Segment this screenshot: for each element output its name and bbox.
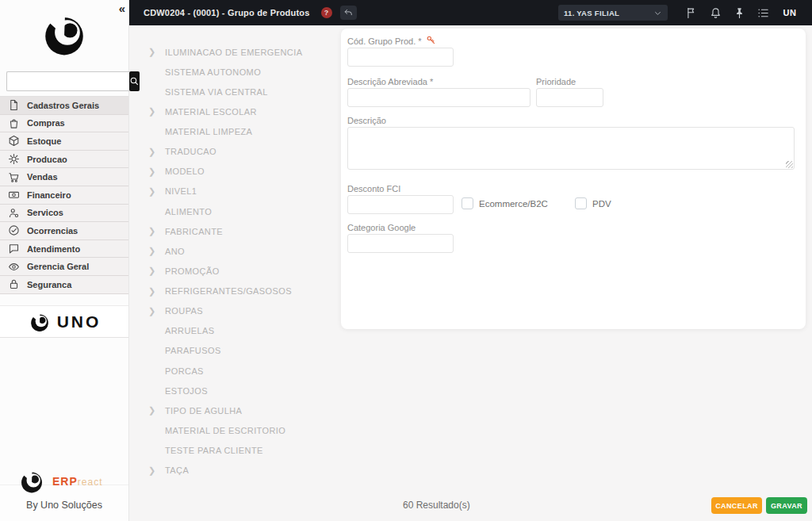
tree-item-roupas[interactable]: ❯ROUPAS: [129, 301, 341, 321]
check-circle-icon: [8, 224, 20, 236]
descricao-textarea[interactable]: [347, 127, 795, 170]
shopping-bag-icon: [8, 117, 20, 129]
tree-item-label: ESTOJOS: [165, 386, 208, 396]
chevron-right-icon[interactable]: ❯: [148, 106, 165, 117]
pin-icon[interactable]: [733, 6, 746, 20]
uno-brand-text: UNO: [57, 312, 102, 331]
tree-item-fabricante[interactable]: ❯FABRICANTE: [129, 221, 341, 241]
sidebar-item-servicos[interactable]: Servicos: [0, 205, 128, 223]
uno-swirl-small-icon: [28, 309, 52, 335]
chevron-right-icon[interactable]: ❯: [148, 147, 165, 157]
tree-item-traducao[interactable]: ❯TRADUCAO: [129, 142, 341, 162]
chevron-right-icon[interactable]: ❯: [148, 286, 165, 297]
tree-item-label: PARAFUSOS: [165, 346, 221, 355]
tree-item-nivel1[interactable]: ❯NIVEL1: [129, 182, 341, 201]
sidebar-item-atendimento[interactable]: Atendimento: [0, 240, 128, 259]
results-count: 60 Resultado(s): [403, 500, 470, 511]
bell-icon[interactable]: [709, 6, 722, 20]
chat-icon: [8, 243, 20, 255]
tree-item-porcas[interactable]: PORCAS: [129, 361, 341, 381]
document-icon: [8, 99, 20, 111]
tree-item-teste-para-cliente[interactable]: TESTE PARA CLIENTE: [129, 441, 341, 461]
descricao-abreviada-input[interactable]: [347, 88, 530, 107]
sidebar-item-label: Financeiro: [27, 190, 71, 200]
tree-item-material-de-escritorio[interactable]: MATERIAL DE ESCRITORIO: [129, 420, 341, 440]
tree-item-arruelas[interactable]: ARRUELAS: [129, 321, 341, 341]
tree-item-ano[interactable]: ❯ANO: [129, 241, 341, 261]
categoria-google-input[interactable]: [347, 234, 454, 253]
tree-item-alimento[interactable]: ALIMENTO: [129, 201, 341, 221]
undo-arrow-icon: [343, 8, 354, 18]
tree-item-iluminacao-de-emergencia[interactable]: ❯ILUMINACAO DE EMERGENCIA: [129, 42, 341, 62]
tree-item-promocao[interactable]: ❯PROMOÇÃO: [129, 261, 341, 281]
search-input[interactable]: [6, 71, 129, 91]
tree-item-sistema-autonomo[interactable]: SISTEMA AUTONOMO: [129, 62, 341, 82]
chevron-right-icon[interactable]: ❯: [148, 266, 165, 276]
cancel-button[interactable]: CANCELAR: [711, 497, 762, 514]
sidebar-item-label: Estoque: [27, 136, 61, 146]
tree-item-material-limpeza[interactable]: MATERIAL LIMPEZA: [129, 122, 341, 142]
lock-icon: [8, 278, 20, 290]
chevron-right-icon[interactable]: ❯: [148, 226, 165, 236]
prioridade-input[interactable]: [536, 88, 603, 107]
resize-handle[interactable]: [786, 161, 793, 168]
tree-item-label: ALIMENTO: [165, 207, 212, 216]
chevron-right-icon[interactable]: ❯: [148, 47, 165, 57]
tree-item-refrigerantes-gasosos[interactable]: ❯REFRIGERANTES/GASOSOS: [129, 282, 341, 301]
list-icon[interactable]: [756, 6, 770, 20]
tree-item-label: MATERIAL ESCOLAR: [165, 107, 257, 117]
tree-item-label: ARRUELAS: [165, 326, 215, 335]
sidebar-item-cadastros-gerais[interactable]: Cadastros Gerais: [0, 97, 128, 115]
undo-button[interactable]: [340, 6, 357, 20]
eye-icon: [8, 261, 20, 273]
tree-item-sistema-via-central[interactable]: SISTEMA VIA CENTRAL: [129, 82, 341, 102]
gear-icon: [8, 153, 20, 165]
topbar: CDW0204 - (0001) - Grupo de Produtos ? 1…: [129, 0, 812, 25]
sidebar-item-label: Cadastros Gerais: [27, 101, 99, 110]
chevron-right-icon[interactable]: ❯: [148, 186, 165, 197]
branch-selector[interactable]: 11. YAS FILIAL: [558, 5, 668, 21]
sidebar-item-ocorrencias[interactable]: Ocorrencias: [0, 222, 128, 240]
help-icon[interactable]: ?: [321, 7, 332, 18]
chevron-right-icon[interactable]: ❯: [148, 306, 165, 316]
sidebar-collapse-icon[interactable]: «: [119, 2, 124, 15]
user-avatar[interactable]: UN: [780, 5, 799, 21]
erp-wordmark: ERP: [52, 475, 78, 488]
pdv-checkbox[interactable]: [575, 197, 587, 209]
react-wordmark: react: [78, 477, 103, 488]
ecommerce-checkbox[interactable]: [462, 197, 473, 209]
tree-item-label: MATERIAL LIMPEZA: [165, 127, 252, 136]
sidebar-item-gerencia-geral[interactable]: Gerencia Geral: [0, 258, 128, 276]
sidebar-item-financeiro[interactable]: Financeiro: [0, 186, 128, 205]
sidebar-item-estoque[interactable]: Estoque: [0, 132, 128, 151]
tree-item-label: PROMOÇÃO: [165, 266, 220, 276]
sidebar-item-compras[interactable]: Compras: [0, 115, 128, 133]
sidebar-item-vendas[interactable]: Vendas: [0, 168, 128, 186]
cart-icon: [8, 171, 20, 183]
chevron-right-icon[interactable]: ❯: [148, 167, 165, 177]
tree-item-material-escolar[interactable]: ❯MATERIAL ESCOLAR: [129, 102, 341, 121]
sidebar-item-label: Gerencia Geral: [27, 262, 89, 271]
search-button[interactable]: [129, 71, 140, 91]
tree-item-modelo[interactable]: ❯MODELO: [129, 162, 341, 182]
tree-item-estojos[interactable]: ESTOJOS: [129, 381, 341, 400]
sidebar-item-seguranca[interactable]: Seguranca: [0, 276, 128, 294]
cod-grupo-input[interactable]: [347, 48, 454, 67]
box-icon: [8, 135, 20, 147]
desconto-fci-input[interactable]: [347, 195, 454, 214]
save-button[interactable]: GRAVAR: [766, 497, 807, 514]
tree-item-label: ROUPAS: [165, 306, 203, 316]
tree-item-tipo-de-agulha[interactable]: ❯TIPO DE AGULHA: [129, 400, 341, 420]
chevron-right-icon[interactable]: ❯: [148, 246, 165, 256]
sidebar-item-label: Producao: [27, 155, 67, 164]
person-gear-icon: [8, 207, 20, 219]
uno-swirl-logo-icon: [38, 6, 90, 62]
chevron-right-icon[interactable]: ❯: [148, 465, 165, 476]
flag-icon[interactable]: [685, 6, 699, 20]
tree-item-label: MODELO: [165, 167, 205, 176]
descricao-label: Descrição: [347, 116, 386, 125]
tree-item-parafusos[interactable]: PARAFUSOS: [129, 341, 341, 361]
tree-item-taca[interactable]: ❯TAÇA: [129, 461, 341, 481]
chevron-right-icon[interactable]: ❯: [148, 405, 165, 416]
sidebar-item-producao[interactable]: Producao: [0, 151, 128, 169]
